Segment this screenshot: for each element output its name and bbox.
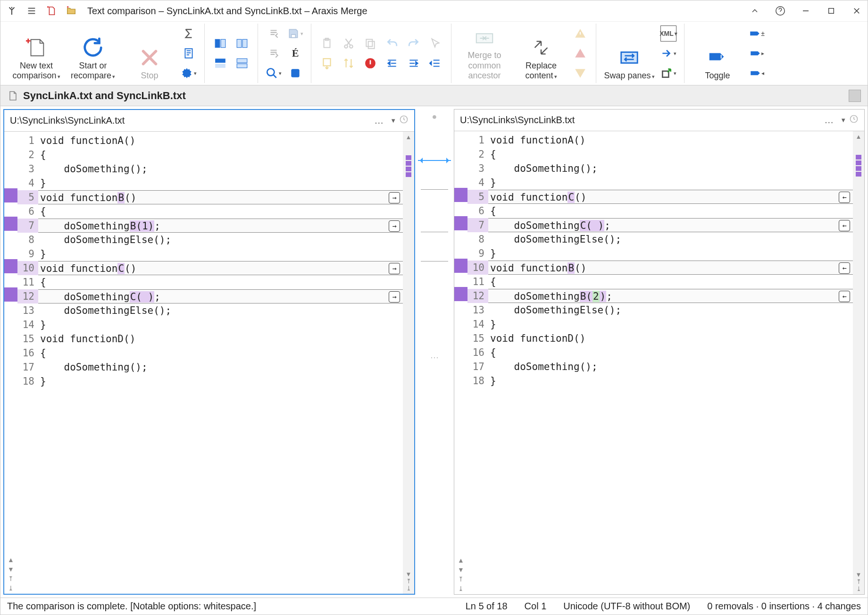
swap-panes-button[interactable]: Swap panes▾: [601, 24, 658, 83]
merge-arrow-button[interactable]: →: [389, 192, 400, 203]
merge-arrow-button[interactable]: ←: [839, 192, 850, 203]
status-bar: The comparison is complete. [Notable opt…: [0, 598, 868, 615]
svg-rect-14: [291, 69, 299, 77]
merge-arrow-button[interactable]: →: [389, 263, 400, 274]
svg-rect-24: [621, 52, 638, 63]
svg-point-12: [267, 68, 274, 76]
left-pane-nav[interactable]: ▲▼⤒⤓: [4, 554, 17, 594]
encoding-icon[interactable]: É: [287, 45, 303, 61]
maximize-button[interactable]: [825, 7, 837, 15]
replace-up-icon[interactable]: [266, 25, 282, 42]
xml-icon[interactable]: XML▾: [660, 25, 676, 42]
pointer-icon[interactable]: [427, 35, 443, 51]
select-all-icon[interactable]: [287, 65, 303, 81]
indent-left-icon[interactable]: [384, 55, 400, 71]
new-text-comparison-button[interactable]: New text comparison▾: [8, 24, 65, 83]
sort-icon[interactable]: [341, 55, 357, 71]
new-folder-icon[interactable]: [65, 4, 78, 17]
help-icon[interactable]: [774, 6, 786, 16]
right-pane-nav[interactable]: ▲▼⤒⤓: [454, 555, 467, 594]
merge-arrow-button[interactable]: →: [389, 291, 400, 303]
comparison-label-bar: SyncLinkA.txt and SyncLinkB.txt: [0, 85, 868, 106]
link-right-icon[interactable]: ▾: [660, 45, 676, 61]
right-scrollbar[interactable]: ▲ ▼⤒⤓: [853, 131, 864, 594]
insert-below-icon[interactable]: [319, 55, 335, 71]
hamburger-icon[interactable]: [25, 4, 38, 17]
diff-link-line: [421, 232, 448, 232]
document-settings-icon[interactable]: [181, 45, 197, 61]
start-recompare-button[interactable]: Start or recompare▾: [65, 24, 121, 83]
merge-arrow-button[interactable]: ←: [839, 291, 850, 302]
layout-left-icon[interactable]: [212, 35, 228, 51]
gear-icon[interactable]: ▾: [181, 65, 197, 81]
status-position: Ln 5 of 18: [457, 601, 516, 612]
right-more-icon[interactable]: …: [824, 115, 835, 126]
new-file-icon[interactable]: [45, 4, 58, 17]
left-pane[interactable]: U:\SyncLinks\SyncLinkA.txt … ▼ 123456789…: [3, 109, 415, 595]
right-code[interactable]: void functionA(){ doSomething();}void fu…: [488, 131, 853, 594]
bookmark-next-icon[interactable]: ▸: [749, 45, 765, 61]
layout-grid-icon[interactable]: [234, 55, 250, 71]
svg-rect-2: [185, 49, 192, 58]
left-pane-header: U:\SyncLinks\SyncLinkA.txt … ▼: [4, 110, 414, 132]
export-icon[interactable]: ▾: [660, 65, 676, 81]
svg-point-19: [350, 45, 353, 48]
diff-link-arrow[interactable]: [418, 160, 451, 161]
status-message: The comparison is complete. [Notable opt…: [7, 601, 265, 612]
zoom-icon[interactable]: ▾: [266, 65, 282, 81]
warning-up-icon[interactable]: [572, 25, 588, 42]
redo-icon[interactable]: [406, 35, 422, 51]
merge-arrow-button[interactable]: ←: [839, 220, 850, 231]
warning-down-icon[interactable]: [572, 65, 588, 81]
right-diff-margin: [454, 131, 467, 594]
window-title: Text comparison – SyncLinkA.txt and Sync…: [84, 6, 749, 17]
replace-down-icon[interactable]: [266, 45, 282, 61]
left-code[interactable]: void functionA(){ doSomething();}void fu…: [38, 132, 403, 594]
close-button[interactable]: [851, 7, 863, 15]
left-file-path[interactable]: U:\SyncLinks\SyncLinkA.txt: [10, 115, 371, 126]
bookmark-prev-icon[interactable]: ◂: [749, 65, 765, 81]
app-logo-icon: [5, 4, 18, 17]
toggle-button[interactable]: Toggle: [689, 24, 746, 83]
document-icon: [7, 90, 18, 101]
right-history-icon[interactable]: [849, 114, 859, 126]
status-column: Col 1: [516, 601, 555, 612]
layout-stack-icon[interactable]: [212, 55, 228, 71]
merge-arrow-button[interactable]: →: [389, 220, 400, 232]
cut-icon[interactable]: [341, 35, 357, 51]
svg-rect-8: [237, 39, 242, 47]
right-dropdown-icon[interactable]: ▼: [840, 117, 846, 124]
left-more-icon[interactable]: …: [374, 115, 384, 126]
copy-icon[interactable]: [362, 35, 378, 51]
title-bar: Text comparison – SyncLinkA.txt and Sync…: [0, 0, 868, 21]
svg-rect-13: [292, 34, 296, 38]
merge-arrow-button[interactable]: ←: [839, 262, 850, 274]
minimize-button[interactable]: [800, 7, 812, 15]
save-icon[interactable]: ▾: [287, 25, 303, 42]
right-file-path[interactable]: U:\SyncLinks\SyncLinkB.txt: [460, 115, 821, 126]
comparison-label: SyncLinkA.txt and SyncLinkB.txt: [23, 90, 186, 102]
svg-rect-5: [221, 39, 225, 47]
left-history-icon[interactable]: [399, 115, 409, 126]
layout-right-icon[interactable]: [234, 35, 250, 51]
left-scrollbar[interactable]: ▲ ▼⤒⤓: [403, 132, 414, 594]
indent-right-icon[interactable]: [406, 55, 422, 71]
center-gutter: ● ⋯: [418, 109, 451, 595]
merge-to-common-ancestor-button: Merge to common ancestor: [456, 24, 513, 83]
svg-rect-6: [215, 59, 225, 63]
side-panel-toggle[interactable]: [849, 90, 861, 102]
svg-rect-17: [323, 59, 330, 66]
paste-icon[interactable]: [319, 35, 335, 51]
left-dropdown-icon[interactable]: ▼: [390, 117, 396, 124]
error-icon[interactable]: [362, 55, 378, 71]
sigma-icon[interactable]: [181, 25, 197, 42]
replace-content-button[interactable]: Replace content▾: [513, 24, 569, 83]
warning-mid-icon[interactable]: [572, 45, 588, 61]
svg-rect-20: [366, 39, 372, 46]
diff-link-line: [421, 261, 448, 261]
undo-icon[interactable]: [384, 35, 400, 51]
bookmark-add-icon[interactable]: ±: [749, 25, 765, 42]
outdent-icon[interactable]: [427, 55, 443, 71]
right-pane[interactable]: U:\SyncLinks\SyncLinkB.txt … ▼ 123456789…: [454, 109, 865, 595]
collapse-ribbon-icon[interactable]: [749, 6, 761, 16]
